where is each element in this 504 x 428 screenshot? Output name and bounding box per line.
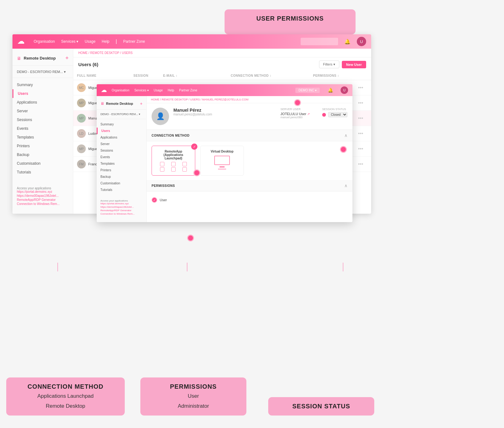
- detail-sidebar-server[interactable]: Server: [97, 141, 146, 147]
- session-section: Session status Closed: [322, 108, 347, 119]
- sidebar-item-events[interactable]: Events: [12, 124, 73, 133]
- detail-sidebar-printers[interactable]: Printers: [97, 167, 146, 173]
- permissions-box: PERMISSIONS User Administrator: [140, 377, 246, 416]
- sidebar-item-printers[interactable]: Printers: [12, 142, 73, 150]
- detail-sidebar-sessions[interactable]: Sessions: [97, 147, 146, 154]
- detail-sidebar-customisation[interactable]: Customisation: [97, 180, 146, 187]
- app-square-icon: [160, 162, 164, 166]
- detail-nav-services[interactable]: Services ▾: [134, 89, 149, 92]
- nav-link-services[interactable]: Services ▾: [61, 39, 78, 44]
- sidebar-header: 🖥 Remote Desktop +: [12, 52, 73, 66]
- app-square-icon: [171, 162, 176, 166]
- sidebar-item-tutorials[interactable]: Tutorials: [12, 168, 73, 177]
- detail-nav-help[interactable]: Help: [168, 89, 174, 92]
- filters-button[interactable]: Filters ▾: [319, 61, 339, 68]
- app-square-icon: [171, 167, 176, 172]
- session-value: Closed: [322, 112, 347, 117]
- nav-bar: ☁ Organisation Services ▾ Usage Help | P…: [12, 34, 371, 49]
- detail-layout: 🖥 Remote Desktop + DEMO - ESCRITORIO REM…: [97, 96, 352, 222]
- more-button[interactable]: •••: [358, 161, 363, 167]
- nav-link-partner[interactable]: Partner Zone: [123, 39, 145, 44]
- server-section: Server User JOTELULU User ↗ manuel.perez…: [280, 108, 310, 119]
- more-button[interactable]: •••: [358, 85, 363, 90]
- sidebar-footer-link-2[interactable]: https://demo00apas198Jotel...: [17, 194, 69, 197]
- permissions-body: ✓ User: [147, 192, 352, 208]
- sidebar-item-server[interactable]: Server: [12, 107, 73, 115]
- avatar: MP: [77, 99, 86, 107]
- user-profile-header: 👤 Manuel Pérez manuel.perez@jotelulu.com…: [147, 103, 352, 130]
- nav-link-org[interactable]: Organisation: [34, 39, 55, 44]
- detail-sidebar-tutorials[interactable]: Tutorials: [97, 187, 146, 193]
- more-button[interactable]: •••: [358, 146, 363, 151]
- avatar: LD: [77, 129, 86, 138]
- more-button[interactable]: •••: [358, 131, 363, 136]
- detail-nav-avatar[interactable]: U: [341, 86, 348, 94]
- detail-footer-link-3[interactable]: RemoteApp/RDP Generator: [100, 209, 143, 212]
- nav-divider: |: [116, 39, 117, 44]
- detail-nav-org-name[interactable]: DEMO INC ▾: [295, 88, 320, 93]
- detail-sidebar-add[interactable]: +: [140, 101, 143, 106]
- connection-method-section-header[interactable]: CONNECTION METHOD ∧: [147, 130, 352, 141]
- sidebar-item-sessions[interactable]: Sessions: [12, 115, 73, 124]
- nav-bell-icon[interactable]: 🔔: [344, 39, 351, 45]
- connection-method-sub1: Applications Launchpad: [14, 392, 117, 400]
- remote-desktop-icon: 🖥: [17, 56, 21, 61]
- detail-footer-label: Access your applications: [100, 199, 143, 202]
- detail-sidebar-backup[interactable]: Backup: [97, 173, 146, 180]
- detail-sidebar-summary[interactable]: Summary: [97, 121, 146, 128]
- detail-nav-org[interactable]: Organisation: [112, 89, 129, 92]
- avatar: MC: [77, 83, 86, 92]
- detail-sidebar-users[interactable]: Users: [97, 128, 146, 134]
- detail-footer-link-2[interactable]: https://demo00apas198Jotel...: [100, 206, 143, 208]
- screen-icon: [214, 156, 230, 165]
- sidebar-item-users[interactable]: Users: [12, 89, 73, 98]
- permissions-section-header[interactable]: PERMISSIONS ∧: [147, 180, 352, 192]
- sidebar-item-summary[interactable]: Summary: [12, 80, 73, 89]
- detail-sidebar-events[interactable]: Events: [97, 154, 146, 160]
- nav-link-help[interactable]: Help: [102, 39, 109, 44]
- user-permissions-title: USER PERMISSIONS: [232, 15, 348, 22]
- server-link[interactable]: ↗: [307, 112, 310, 116]
- more-button[interactable]: •••: [358, 100, 363, 105]
- detail-nav-partner[interactable]: Partner Zone: [179, 89, 197, 92]
- permission-option-label: User: [160, 198, 167, 202]
- nav-search-input[interactable]: [301, 38, 338, 45]
- detail-footer-link-4[interactable]: Connection to Windows Rem...: [100, 212, 143, 215]
- sidebar-footer-link-1[interactable]: https://portal.demoinc.xyz: [17, 190, 69, 193]
- callout-dot-permissions-detail: [187, 235, 194, 241]
- detail-sidebar-title: Remote Desktop: [106, 102, 133, 105]
- nav-link-usage[interactable]: Usage: [85, 39, 95, 44]
- check-icon: ✓: [153, 198, 156, 202]
- session-status-box-title: SESSION STATUS: [276, 403, 367, 410]
- remoteapp-card[interactable]: ✓ RemoteApp(Applications Launchpad): [152, 146, 195, 176]
- sidebar-org[interactable]: DEMO - ESCRITORIO REM... ▾: [12, 68, 73, 78]
- permissions-chevron-icon: ∧: [344, 183, 347, 188]
- virtual-desktop-card[interactable]: Virtual Desktop: [200, 146, 244, 176]
- virtual-desktop-title: Virtual Desktop: [206, 150, 239, 153]
- detail-nav-bell[interactable]: 🔔: [328, 88, 333, 93]
- detail-nav-usage[interactable]: Usage: [154, 89, 163, 92]
- sidebar-item-templates[interactable]: Templates: [12, 133, 73, 142]
- more-button[interactable]: •••: [358, 115, 363, 121]
- sidebar-item-applications[interactable]: Applications: [12, 98, 73, 107]
- screen-base-icon: [218, 169, 226, 169]
- breadcrumb: HOME / REMOTE DESKTOP / USERS: [73, 49, 371, 57]
- session-select[interactable]: Closed: [328, 112, 347, 117]
- remoteapp-title: RemoteApp(Applications Launchpad): [157, 150, 190, 160]
- sidebar-footer-link-4[interactable]: Connection to Windows Rem...: [17, 202, 69, 206]
- sidebar-footer-label: Access your applications: [17, 187, 69, 190]
- detail-footer-link-1[interactable]: https://portal.demoinc.xyz: [100, 202, 143, 205]
- sidebar-add-button[interactable]: +: [65, 55, 69, 61]
- sidebar-footer-link-3[interactable]: RemoteApp/RDP Generator: [17, 198, 69, 202]
- sidebar-item-backup[interactable]: Backup: [12, 150, 73, 159]
- nav-avatar[interactable]: U: [357, 37, 366, 46]
- connection-method-title: CONNECTION METHOD: [152, 134, 190, 137]
- detail-sidebar-applications[interactable]: Applications: [97, 134, 146, 141]
- detail-sidebar-templates[interactable]: Templates: [97, 160, 146, 167]
- detail-sidebar-org[interactable]: DEMO - ESCRITORIO REM... ▾: [97, 111, 146, 119]
- app-square-icon: [160, 167, 164, 172]
- col-session: SESSION: [130, 71, 159, 80]
- permissions-sub1: User: [148, 392, 239, 400]
- sidebar-item-customisation[interactable]: Customisation: [12, 159, 73, 168]
- new-user-button[interactable]: New User: [342, 61, 366, 68]
